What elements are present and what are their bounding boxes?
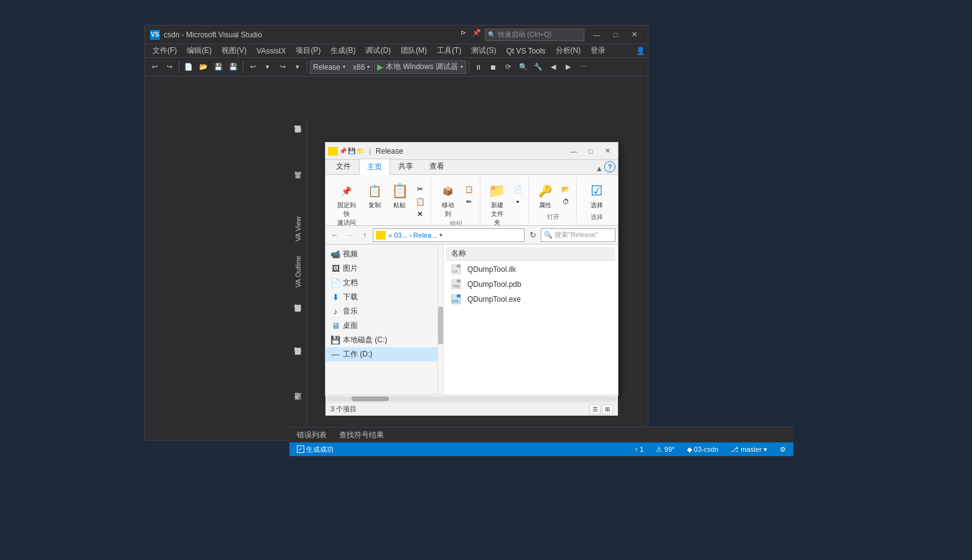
- ribbon-tab-view[interactable]: 查看: [421, 158, 452, 174]
- toolbar-platform-dropdown[interactable]: x86 ▾: [350, 60, 373, 74]
- explorer-address-path[interactable]: « 03... › Relea... ▾: [373, 228, 525, 242]
- ribbon-help-btn[interactable]: ?: [604, 161, 615, 172]
- ribbon-tab-home[interactable]: 主页: [359, 159, 390, 175]
- explorer-minimize-btn[interactable]: —: [566, 145, 582, 157]
- menu-login[interactable]: 登录: [586, 44, 610, 57]
- bottom-tab-errors[interactable]: 错误列表: [294, 429, 329, 442]
- nav-item-pictures[interactable]: 🖼 图片: [325, 261, 437, 276]
- explorer-floppy-icon[interactable]: 💾: [348, 147, 355, 154]
- toolbar-forward-btn[interactable]: ↪: [162, 60, 176, 74]
- status-build-success[interactable]: ✓ 生成成功: [294, 445, 336, 454]
- menu-debug[interactable]: 调试(D): [360, 44, 396, 57]
- explorer-hscrollbar[interactable]: [325, 394, 618, 402]
- nav-scrollbar[interactable]: [438, 245, 443, 394]
- menu-team[interactable]: 团队(M): [396, 44, 432, 57]
- ribbon-rename-btn[interactable]: ✏: [462, 196, 476, 207]
- toolbar-save-btn[interactable]: 💾: [212, 60, 225, 74]
- toolbar-extra-btn-2[interactable]: ⏹: [487, 60, 500, 74]
- menu-build[interactable]: 生成(B): [325, 44, 360, 57]
- explorer-close-btn[interactable]: ✕: [599, 145, 615, 157]
- nav-item-c-drive[interactable]: 💾 本地磁盘 (C:): [325, 333, 437, 347]
- menu-edit[interactable]: 编辑(E): [182, 44, 217, 57]
- ribbon-history-btn[interactable]: ⏱: [559, 196, 572, 207]
- nav-item-documents[interactable]: 📄 文档: [325, 276, 437, 290]
- ribbon-pin-btn[interactable]: 📌 固定到快速访问: [332, 181, 361, 226]
- toolbar-new-btn[interactable]: 📄: [182, 60, 195, 74]
- ribbon-paste-btn[interactable]: 📋 粘贴: [388, 181, 411, 211]
- view-details-btn[interactable]: ☰: [589, 404, 600, 414]
- toolbar-extra-btn-7[interactable]: ▶: [561, 60, 575, 74]
- explorer-pin-icon[interactable]: 📌: [339, 147, 347, 154]
- addr-refresh-btn[interactable]: ↻: [526, 228, 540, 242]
- file-item-ilk[interactable]: ILK QDumpTool.ilk: [446, 262, 615, 277]
- file-item-exe[interactable]: EXE QDumpTool.exe: [446, 292, 615, 307]
- nav-item-desktop[interactable]: 🖥 桌面: [325, 319, 437, 333]
- toolbar-undo-dropdown[interactable]: ▾: [261, 60, 274, 74]
- toolbar-extra-btn-4[interactable]: 🔍: [516, 60, 530, 74]
- file-item-pdb[interactable]: PDB QDumpTool.pdb: [446, 277, 615, 292]
- ribbon-newitem-dropdown[interactable]: ▾: [511, 196, 525, 207]
- menu-file[interactable]: 文件(F): [147, 44, 182, 57]
- addr-forward-btn[interactable]: →: [343, 228, 357, 242]
- quick-launch-bar[interactable]: 🔍 快速启动 (Ctrl+Q): [485, 29, 584, 41]
- menu-vassistx[interactable]: VAssistX: [251, 45, 291, 57]
- addr-dropdown-btn[interactable]: ▾: [439, 231, 442, 238]
- vs-maximize-btn[interactable]: □: [607, 29, 624, 41]
- toolbar-open-btn[interactable]: 📂: [197, 60, 210, 74]
- sidebar-tab-vaview[interactable]: VA View: [289, 208, 306, 249]
- addr-back-btn[interactable]: ←: [328, 228, 342, 242]
- sidebar-tab-tools[interactable]: 工具箱: [289, 163, 306, 203]
- ribbon-collapse-btn[interactable]: ▲: [594, 163, 604, 174]
- sidebar-tab-pincode[interactable]: 固定代码视图监视器: [289, 340, 306, 381]
- menu-tools[interactable]: 工具(T): [432, 44, 466, 57]
- menu-view[interactable]: 视图(V): [217, 44, 251, 57]
- sidebar-tab-progress[interactable]: 渐进运: [289, 386, 306, 426]
- toolbar-config-dropdown[interactable]: Release ▾: [310, 60, 348, 74]
- ribbon-newitem-btn[interactable]: 📄: [511, 184, 525, 195]
- vs-close-btn[interactable]: ✕: [625, 29, 643, 41]
- ribbon-properties-btn[interactable]: 🔑 属性: [534, 181, 556, 211]
- sidebar-tab-watchplan[interactable]: 添加计划视图监视器: [289, 297, 306, 338]
- menu-qt-vs-tools[interactable]: Qt VS Tools: [501, 45, 550, 57]
- status-warning[interactable]: ⚠ 99*: [653, 446, 677, 454]
- nav-item-video[interactable]: 📹 视频: [325, 247, 437, 261]
- sidebar-tab-vaoutline[interactable]: VA Outline: [289, 251, 306, 292]
- nav-item-downloads[interactable]: ⬇ 下载: [325, 290, 437, 304]
- ribbon-select-btn[interactable]: ☑ 选择: [586, 181, 608, 211]
- toolbar-extra-btn-6[interactable]: ◀: [546, 60, 560, 74]
- status-arrow-up[interactable]: ↑ 1: [632, 446, 647, 453]
- ribbon-copy-sm-btn[interactable]: 📋: [413, 196, 427, 207]
- toolbar-extra-btn-3[interactable]: ⟳: [502, 60, 515, 74]
- ribbon-tab-file[interactable]: 文件: [328, 158, 359, 174]
- toolbar-run-dropdown[interactable]: ▶ 本地 Windows 调试器 ▾: [374, 60, 465, 74]
- addr-up-btn[interactable]: ↑: [358, 228, 372, 242]
- ribbon-scissors-btn[interactable]: ✂: [413, 184, 427, 195]
- toolbar-extra-btn-5[interactable]: 🔧: [531, 60, 545, 74]
- status-settings-icon[interactable]: ⚙: [777, 446, 788, 454]
- menu-test[interactable]: 测试(S): [466, 44, 501, 57]
- status-project[interactable]: ◆ 03-csdn: [685, 446, 721, 454]
- toolbar-undo-btn[interactable]: ↩: [246, 60, 259, 74]
- menu-analyze[interactable]: 分析(N): [551, 44, 586, 57]
- explorer-search-box[interactable]: 🔍 搜索"Release": [541, 228, 615, 242]
- nav-item-music[interactable]: ♪ 音乐: [325, 304, 437, 319]
- ribbon-copy-btn[interactable]: 📋 复制: [363, 181, 386, 211]
- ribbon-tab-share[interactable]: 共享: [390, 158, 421, 174]
- view-tiles-btn[interactable]: ⊞: [602, 404, 613, 414]
- sidebar-tab-settings[interactable]: 设置调试运行监视器: [289, 118, 306, 158]
- toolbar-saveall-btn[interactable]: 💾: [227, 60, 240, 74]
- ribbon-moveto-btn[interactable]: 📦 移动到: [436, 181, 460, 220]
- toolbar-redo-dropdown[interactable]: ▾: [291, 60, 304, 74]
- explorer-maximize-btn[interactable]: □: [582, 145, 599, 157]
- status-branch[interactable]: ⎇ master ▾: [728, 446, 770, 454]
- toolbar-extra-btn-8[interactable]: ⋯: [576, 60, 590, 74]
- menu-project[interactable]: 项目(P): [291, 44, 325, 57]
- explorer-folder-nav-icon[interactable]: 📁: [357, 147, 364, 154]
- nav-item-d-drive[interactable]: — 工作 (D:): [325, 347, 437, 362]
- ribbon-open-btn[interactable]: 📂: [559, 184, 572, 195]
- ribbon-copyto-btn[interactable]: 📋: [462, 184, 476, 195]
- toolbar-redo-btn[interactable]: ↪: [276, 60, 289, 74]
- ribbon-newfolder-btn[interactable]: 📁 新建文件夹: [485, 181, 509, 226]
- ribbon-delete-btn[interactable]: ✕: [413, 208, 427, 220]
- bottom-tab-find-symbol[interactable]: 查找符号结果: [337, 429, 386, 442]
